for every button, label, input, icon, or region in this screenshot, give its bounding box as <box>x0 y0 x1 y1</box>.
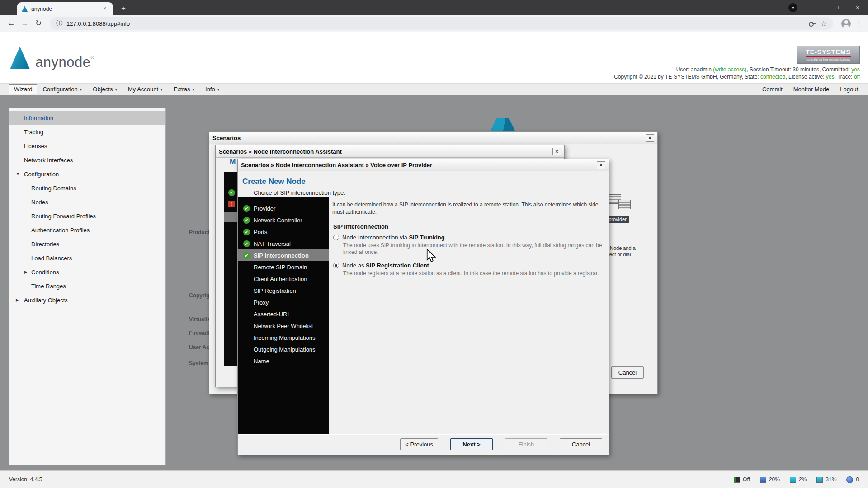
status-tray: Off 20% 2% 31% 0 <box>734 476 859 483</box>
wizard-steps-panel: ✔Provider ✔Network Controller ✔Ports ✔NA… <box>238 197 329 434</box>
back-button[interactable]: ← <box>5 17 18 30</box>
option-sip-trunking-desc: The node uses SIP trunking to interconne… <box>343 242 614 256</box>
trace-status-indicator: Off <box>734 476 750 483</box>
step-client-authentication[interactable]: Client Authentication <box>238 273 329 285</box>
step-network-controller[interactable]: ✔Network Controller <box>238 214 329 226</box>
previous-button[interactable]: < Previous <box>400 438 438 450</box>
radio-registration-client[interactable] <box>333 263 339 268</box>
step-done-icon: ✔ <box>228 189 235 196</box>
te-systems-logo: TE-SYSTEMS competence in e-communication… <box>797 46 860 64</box>
te-logo-subtitle: competence in e-communications <box>807 58 850 61</box>
sidebar-item-directories[interactable]: Directories <box>9 237 165 251</box>
profile-avatar-icon[interactable] <box>841 19 851 28</box>
browser-menu-icon[interactable]: ⋮ <box>854 19 863 28</box>
sidebar-item-licenses[interactable]: Licenses <box>9 139 165 153</box>
bg-label-virtualization: Virtualiz <box>189 316 210 323</box>
cancel-button[interactable]: Cancel <box>560 438 602 450</box>
sidebar-item-conditions[interactable]: ▶Conditions <box>9 265 165 279</box>
bg-label-user-access: User Ac <box>189 344 209 351</box>
step-nat-traversal[interactable]: ✔NAT Traversal <box>238 238 329 249</box>
screen: anynode × + – □ × ← → ↻ ⓘ 127.0.0.1:8088… <box>0 0 868 488</box>
next-button[interactable]: Next > <box>450 438 493 450</box>
menu-logout[interactable]: Logout <box>835 84 863 94</box>
option-label[interactable]: Node Interconnection via SIP Trunking <box>342 234 445 241</box>
menu-extras[interactable]: Extras▾ <box>168 84 200 94</box>
menu-commit[interactable]: Commit <box>757 84 788 94</box>
password-key-icon[interactable] <box>808 19 816 28</box>
step-sip-registration[interactable]: SIP Registration <box>238 285 329 296</box>
disk-usage-icon <box>816 477 823 483</box>
menu-wizard[interactable]: Wizard <box>9 84 37 94</box>
step-provider[interactable]: ✔Provider <box>238 202 329 214</box>
new-tab-button[interactable]: + <box>118 4 128 14</box>
step-remote-sip-domain[interactable]: Remote SIP Domain <box>238 261 329 273</box>
finish-button[interactable]: Finish <box>505 438 547 450</box>
sidebar-item-nodes[interactable]: Nodes <box>9 195 165 209</box>
window-maximize-button[interactable]: □ <box>826 0 847 15</box>
step-sip-interconnection[interactable]: ✔SIP Interconnection <box>238 249 329 261</box>
sidebar-item-configuration[interactable]: ▼Configuration <box>9 167 165 181</box>
wizard-content: It can be determined how a SIP interconn… <box>329 197 622 434</box>
step-proxy[interactable]: Proxy <box>238 296 329 308</box>
sidebar-item-routing-forward-profiles[interactable]: Routing Forward Profiles <box>9 209 165 223</box>
disk-usage-indicator: 31% <box>816 476 836 483</box>
step-ports[interactable]: ✔Ports <box>238 226 329 238</box>
option-registration-client[interactable]: Node as SIP Registration Client <box>333 262 614 269</box>
app-menubar: Wizard Configuration▾ Objects▾ My Accoun… <box>0 83 868 95</box>
expand-right-icon[interactable]: ▶ <box>16 293 19 307</box>
option-sip-trunking[interactable]: Node Interconnection via SIP Trunking <box>333 234 614 241</box>
window-close-button[interactable]: × <box>847 0 868 15</box>
sidebar-item-authentication-profiles[interactable]: Authentication Profiles <box>9 223 165 237</box>
site-info-icon[interactable]: ⓘ <box>56 19 62 28</box>
step-outgoing-manipulations[interactable]: Outgoing Manipulations <box>238 343 329 355</box>
scenarios-dialog-title: Scenarios <box>212 135 241 141</box>
sidebar-item-routing-domains[interactable]: Routing Domains <box>9 181 165 195</box>
sidebar-item-auxiliary-objects[interactable]: ▶Auxiliary Objects <box>9 293 165 307</box>
assistant-close-icon[interactable]: × <box>552 148 561 155</box>
tab-title: anynode <box>31 6 98 12</box>
bg-label-system: System <box>189 360 208 366</box>
step-asserted-uri[interactable]: Asserted-URI <box>238 308 329 320</box>
bookmark-star-icon[interactable]: ☆ <box>821 19 827 28</box>
expand-down-icon[interactable]: ▼ <box>16 167 20 181</box>
step-incoming-manipulations[interactable]: Incoming Manipulations <box>238 332 329 343</box>
menu-objects[interactable]: Objects▾ <box>87 84 123 94</box>
window-minimize-button[interactable]: – <box>806 0 826 15</box>
reload-button[interactable]: ↻ <box>32 17 45 30</box>
step-name[interactable]: Name <box>238 355 329 367</box>
menu-info[interactable]: Info▾ <box>200 84 225 94</box>
mouse-cursor <box>426 249 436 263</box>
menu-my-account[interactable]: My Account▾ <box>123 84 168 94</box>
create-node-dialog-titlebar: Scenarios » Node Interconnection Assista… <box>238 159 609 171</box>
scenarios-close-icon[interactable]: × <box>646 134 654 142</box>
menu-configuration[interactable]: Configuration▾ <box>37 84 87 94</box>
radio-sip-trunking[interactable] <box>333 235 339 240</box>
browser-badge-icon[interactable] <box>788 3 797 12</box>
expand-right-icon[interactable]: ▶ <box>24 265 28 279</box>
step-error-icon: ! <box>228 201 235 207</box>
sidebar-item-network-interfaces[interactable]: Network Interfaces <box>9 153 165 167</box>
browser-titlebar: anynode × + – □ × <box>0 0 868 15</box>
step-network-peer-whitelist[interactable]: Network Peer Whitelist <box>238 320 329 332</box>
browser-tab[interactable]: anynode × <box>17 2 113 15</box>
option-label[interactable]: Node as SIP Registration Client <box>342 262 429 269</box>
url-text[interactable]: 127.0.0.1:8088/app#info <box>66 20 804 27</box>
create-node-close-icon[interactable]: × <box>597 161 605 169</box>
bg-label-copyright: Copyrig <box>189 292 209 299</box>
sidebar-item-load-balancers[interactable]: Load Balancers <box>9 251 165 265</box>
bg-label-firewall: Firewall <box>189 330 209 336</box>
sidebar-item-tracing[interactable]: Tracing <box>9 125 165 139</box>
menu-monitor-mode[interactable]: Monitor Mode <box>788 84 835 94</box>
sidebar-item-time-ranges[interactable]: Time Ranges <box>9 279 165 293</box>
dialog-footer: < Previous Next > Finish Cancel <box>238 434 609 455</box>
cpu-usage-icon <box>760 477 766 483</box>
tab-close-icon[interactable]: × <box>101 5 108 13</box>
assistant-steps-panel: ✔ ! <box>224 172 239 366</box>
registered-mark: ® <box>90 55 94 60</box>
sidebar-item-information[interactable]: Information <box>9 111 165 125</box>
create-node-dialog: Scenarios » Node Interconnection Assista… <box>237 159 609 455</box>
anynode-favicon-icon <box>22 6 28 12</box>
forward-button[interactable]: → <box>18 17 32 30</box>
background-logo-fragment <box>490 118 515 131</box>
address-bar[interactable]: ⓘ 127.0.0.1:8088/app#info ☆ <box>50 17 833 30</box>
